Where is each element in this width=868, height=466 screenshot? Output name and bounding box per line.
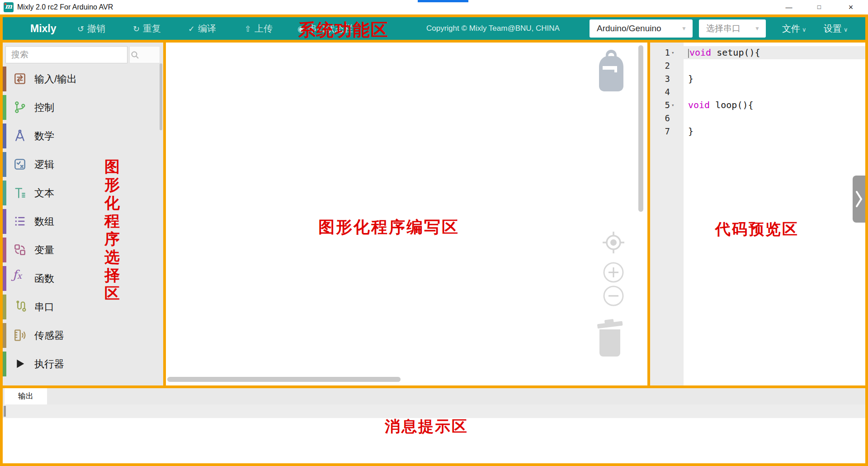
category-color-bar — [3, 152, 6, 177]
code-line: 4 — [650, 86, 865, 99]
category-color-bar — [3, 295, 6, 319]
zoom-in-button[interactable] — [602, 261, 625, 284]
serial-icon — [13, 300, 27, 314]
category-color-bar — [3, 238, 6, 262]
chevron-down-icon: ▼ — [681, 19, 687, 38]
region-border-left — [0, 14, 3, 466]
variable-icon — [13, 243, 27, 257]
side-panel-toggle[interactable] — [853, 176, 865, 223]
sidebar-item-actuator[interactable]: 执行器 — [3, 350, 163, 378]
category-color-bar — [3, 67, 6, 91]
category-color-bar — [3, 266, 6, 291]
trash-icon[interactable] — [595, 318, 625, 361]
search-icon — [130, 50, 141, 61]
file-menu[interactable]: 文件∨ — [782, 17, 807, 41]
category-color-bar — [3, 209, 6, 234]
sidebar-item-serial[interactable]: 串口 — [3, 293, 163, 321]
array-icon — [13, 214, 27, 228]
title-bar: m Mixly 2.0 rc2 For Arduino AVR — □ × — [0, 0, 868, 14]
code-editor[interactable]: 1▾void setup(){ 2 3} 4 5▾void loop(){ 6 … — [650, 46, 865, 138]
code-preview-panel: 1▾void setup(){ 2 3} 4 5▾void loop(){ 6 … — [650, 43, 865, 385]
sidebar-item-variable[interactable]: 变量 — [3, 236, 163, 264]
category-color-bar — [3, 352, 6, 376]
undo-button[interactable]: ↺撤销 — [77, 17, 105, 40]
category-color-bar — [3, 124, 6, 148]
compile-button[interactable]: ✓编译 — [188, 17, 216, 40]
zoom-out-button[interactable] — [602, 285, 625, 307]
search-input[interactable] — [5, 46, 127, 63]
port-select[interactable]: 选择串口 ▼ — [699, 19, 766, 38]
output-tab-bar: 输出 — [3, 388, 865, 404]
function-icon: ƒx — [13, 268, 27, 282]
mixly-window: m Mixly 2.0 rc2 For Arduino AVR — □ × Mi… — [0, 0, 868, 466]
code-line: 2 — [650, 59, 865, 72]
annotation-block-selection-area: 图形化程序选择区 — [102, 157, 122, 302]
minus-icon — [602, 285, 625, 307]
region-border-sidebar-canvas — [163, 43, 166, 385]
sidebar-item-function[interactable]: ƒx 函数 — [3, 264, 163, 293]
math-icon — [13, 128, 27, 143]
center-blocks-button[interactable] — [601, 230, 626, 255]
category-color-bar — [3, 95, 6, 120]
region-border-right — [865, 14, 868, 466]
annotation-block-editing-area: 图形化程序编写区 — [318, 216, 459, 238]
redo-button[interactable]: ↻重复 — [133, 17, 161, 40]
fold-arrow-icon[interactable]: ▾ — [670, 46, 684, 59]
search-button[interactable] — [129, 46, 160, 63]
upload-icon: ⇧ — [245, 24, 251, 33]
code-line: 6 — [650, 112, 865, 125]
workspace-horizontal-scrollbar[interactable] — [167, 377, 401, 382]
region-border-above-output — [0, 385, 868, 388]
region-border-below-toolbar — [0, 40, 868, 43]
input-output-icon — [13, 71, 27, 86]
app-logo-icon: m — [4, 2, 14, 12]
settings-menu[interactable]: 设置∨ — [824, 17, 848, 41]
upload-button[interactable]: ⇧上传 — [245, 17, 273, 40]
top-blue-bar — [418, 0, 468, 2]
chevron-down-icon: ▼ — [755, 19, 760, 38]
sidebar-item-array[interactable]: 数组 — [3, 207, 163, 236]
code-line: 7} — [650, 125, 865, 138]
annotation-code-preview-area: 代码预览区 — [715, 219, 799, 240]
close-button[interactable]: × — [840, 0, 861, 14]
region-border-bottom — [0, 463, 868, 466]
brand-menu[interactable]: Mixly — [30, 17, 57, 40]
code-line: 5▾void loop(){ — [650, 99, 865, 112]
sidebar-item-input-output[interactable]: 输入/输出 — [3, 65, 163, 93]
maximize-button[interactable]: □ — [809, 0, 830, 14]
code-line: 1▾void setup(){ — [650, 46, 865, 59]
block-category-sidebar: 输入/输出 控制 数学 — [3, 43, 163, 385]
sidebar-item-math[interactable]: 数学 — [3, 122, 163, 150]
block-workspace[interactable] — [165, 43, 647, 385]
chevron-right-icon — [855, 189, 863, 209]
region-border-canvas-code — [647, 43, 650, 385]
tab-output[interactable]: 输出 — [5, 388, 47, 404]
redo-icon: ↻ — [133, 24, 140, 33]
backpack-icon[interactable] — [596, 49, 626, 92]
board-select[interactable]: Arduino/Genuino ▼ — [590, 19, 693, 38]
undo-icon: ↺ — [77, 24, 84, 33]
compile-icon: ✓ — [188, 24, 195, 33]
sidebar-item-sensor[interactable]: 传感器 — [3, 321, 163, 350]
text-icon — [13, 185, 27, 200]
chevron-down-icon: ∨ — [802, 26, 807, 33]
chevron-down-icon: ∨ — [844, 26, 848, 33]
sidebar-item-control[interactable]: 控制 — [3, 93, 163, 122]
copyright-text: Copyright © Mixly Team@BNU, CHINA — [426, 17, 560, 40]
annotation-message-area: 消息提示区 — [385, 416, 468, 437]
actuator-icon — [13, 357, 27, 371]
minimize-button[interactable]: — — [778, 0, 799, 14]
plus-icon — [602, 261, 625, 284]
port-select-value: 选择串口 — [706, 19, 741, 38]
category-color-bar — [3, 181, 6, 205]
main-toolbar: Mixly ↺撤销 ↻重复 ✓编译 ⇧上传 ◉串口状态栏 Copyright ©… — [3, 17, 865, 40]
logic-icon — [13, 157, 27, 171]
fold-arrow-icon[interactable]: ▾ — [670, 99, 684, 112]
category-color-bar — [3, 323, 6, 348]
sidebar-item-logic[interactable]: 逻辑 — [3, 150, 163, 179]
annotation-system-function-area: 系统功能区 — [298, 19, 389, 42]
sidebar-item-text[interactable]: 文本 — [3, 179, 163, 207]
window-title: Mixly 2.0 rc2 For Arduino AVR — [17, 3, 113, 11]
center-focus-icon — [601, 230, 626, 255]
workspace-vertical-scrollbar[interactable] — [638, 45, 643, 212]
